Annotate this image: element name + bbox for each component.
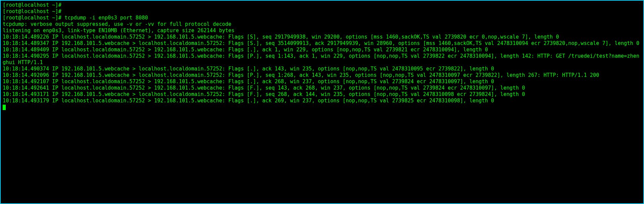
terminal-window[interactable]: [root@localhost ~]# [root@localhost ~]# … [0,0,644,204]
prompt-line: [root@localhost ~]# [3,8,641,15]
output-line: 10:18:14.490295 IP localhost.localdomain… [3,53,641,66]
output-line: listening on enp0s3, link-type EN10MB (E… [3,28,641,34]
output-line: 10:18:14.493179 IP localhost.localdomain… [3,98,641,104]
output-line: 10:18:14.489347 IP 192.168.101.5.webcach… [3,40,641,47]
command-text [61,2,64,8]
shell-prompt: [root@localhost ~]# [3,2,61,8]
prompt-line: [root@localhost ~]# [3,2,641,8]
output-line: 10:18:14.493171 IP 192.168.101.5.webcach… [3,91,641,98]
command-text [61,8,64,14]
terminal-cursor [3,105,6,110]
shell-prompt: [root@localhost ~]# [3,15,61,21]
output-line: 10:18:14.492096 IP 192.168.101.5.webcach… [3,72,641,79]
output-line: 10:18:14.489226 IP localhost.localdomain… [3,34,641,40]
output-line: tcpdump: verbose output suppressed, use … [3,21,641,28]
output-line: 10:18:14.489409 IP localhost.localdomain… [3,47,641,53]
output-line: 10:18:14.490374 IP 192.168.101.5.webcach… [3,66,641,72]
prompt-line: [root@localhost ~]# tcpdump -i enp0s3 po… [3,15,641,21]
output-line: 10:18:14.492641 IP localhost.localdomain… [3,85,641,91]
shell-prompt: [root@localhost ~]# [3,8,61,14]
output-line: 10:18:14.492107 IP localhost.localdomain… [3,79,641,85]
command-text: tcpdump -i enp0s3 port 8080 [61,15,148,21]
